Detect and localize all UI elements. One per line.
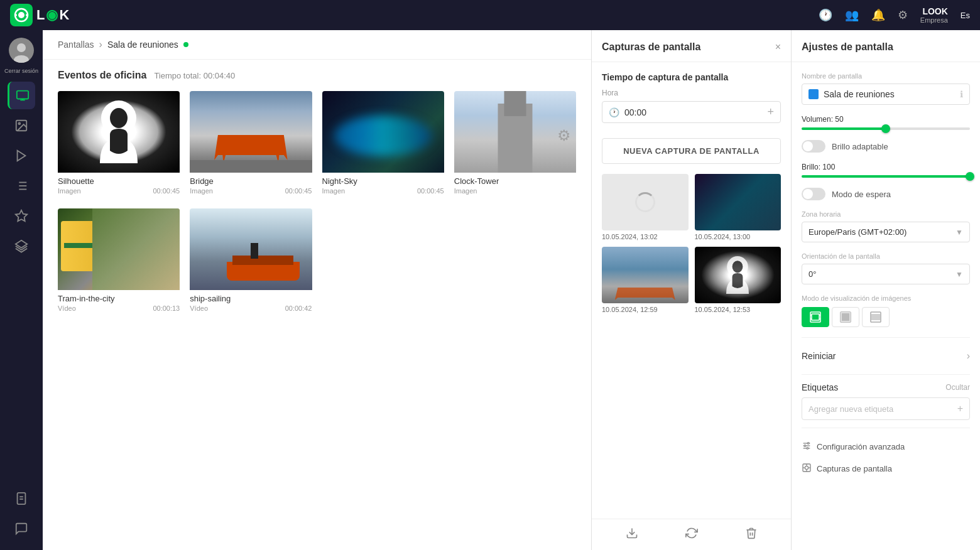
svg-rect-30 [812, 314, 819, 320]
screenshot-item-1[interactable]: 10.05.2024, 13:02 [602, 174, 689, 240]
info-icon[interactable]: ℹ [960, 89, 963, 99]
nombre-field: Nombre de pantalla Sala de reuniones ℹ [802, 72, 970, 105]
delete-icon[interactable] [745, 527, 758, 542]
card-duration: 00:00:45 [285, 187, 312, 195]
capturas-close-button[interactable]: × [775, 41, 781, 53]
card-meta: Imagen [454, 187, 576, 195]
screenshot-thumb-2 [695, 174, 781, 230]
volumen-slider[interactable] [802, 127, 970, 130]
ship-stack [251, 243, 258, 259]
card-meta: Vídeo 00:00:13 [58, 305, 180, 312]
sidebar-item-star[interactable] [8, 202, 35, 230]
media-card-night-sky[interactable]: Night-Sky Imagen 00:00:45 [322, 91, 444, 198]
card-duration: 00:00:13 [153, 305, 180, 312]
media-card-tram[interactable]: Tram-in-the-city Vídeo 00:00:13 [58, 208, 180, 316]
display-mode-fill[interactable] [832, 307, 859, 327]
thumb-tram [58, 208, 180, 290]
ajustes-title: Ajustes de pantalla [802, 41, 970, 53]
bell-icon[interactable]: 🔔 [871, 8, 885, 22]
avatar[interactable] [9, 38, 34, 63]
ajustes-header: Ajustes de pantalla [792, 30, 980, 62]
svg-rect-3 [26, 14, 28, 16]
screenshot-thumb-1 [602, 174, 689, 230]
card-type: Vídeo [58, 305, 76, 312]
media-card-clock-tower[interactable]: ⚙ Clock-Tower Imagen [454, 91, 576, 198]
logout-link[interactable]: Cerrar sesión [4, 68, 38, 74]
sidebar-item-chat[interactable] [8, 515, 35, 542]
display-mode-stretch[interactable] [862, 307, 890, 327]
card-name: Tram-in-the-city [58, 294, 180, 303]
capturas-link-label: Capturas de pantalla [817, 464, 892, 473]
capturas-link-icon [802, 463, 812, 475]
thumb-ship [190, 208, 312, 290]
sidebar-item-media[interactable] [8, 112, 35, 139]
zona-field: Zona horaria Europe/Paris (GMT+02:00) ▼ [802, 210, 970, 242]
hora-plus-button[interactable]: + [767, 105, 774, 119]
brillo-slider[interactable] [802, 175, 970, 178]
etiquetas-ocultar-button[interactable]: Ocultar [945, 383, 970, 392]
thumb-tower: ⚙ [454, 91, 576, 173]
download-icon[interactable] [626, 527, 638, 542]
breadcrumb-current: Sala de reuniones [107, 40, 178, 50]
media-card-silhouette[interactable]: Silhouette Imagen 00:00:45 [58, 91, 180, 198]
etiquetas-plus-button[interactable]: + [957, 403, 963, 414]
volumen-thumb[interactable] [881, 124, 890, 133]
navbar-user[interactable]: LOOK Empresa [920, 6, 948, 24]
settings-icon[interactable]: ⚙ [898, 8, 908, 22]
hora-input[interactable] [624, 107, 762, 117]
card-info-tower: Clock-Tower Imagen [454, 173, 576, 198]
sidebar-item-layers[interactable] [8, 232, 35, 260]
card-duration: 00:00:45 [417, 187, 444, 195]
orientacion-field: Orientación de la pantalla 0° ▼ [802, 252, 970, 284]
language-selector[interactable]: Es [961, 11, 970, 20]
screenshot-date-3: 10.05.2024, 12:59 [602, 306, 689, 313]
breadcrumb-parent[interactable]: Pantallas [58, 40, 94, 50]
svg-rect-39 [871, 314, 880, 320]
card-meta: Imagen 00:00:45 [190, 187, 312, 195]
svg-rect-7 [16, 91, 28, 99]
display-mode-fit[interactable] [802, 307, 829, 327]
nombre-color-box [808, 89, 819, 99]
svg-rect-2 [14, 14, 17, 16]
config-avanzada-label: Configuración avanzada [817, 442, 905, 451]
brillo-adaptable-toggle[interactable] [802, 140, 825, 153]
modo-espera-toggle[interactable] [802, 188, 825, 200]
capturas-pantalla-row[interactable]: Capturas de pantalla [802, 458, 970, 480]
zona-label: Zona horaria [802, 210, 970, 218]
zona-select[interactable]: Europe/Paris (GMT+02:00) ▼ [802, 222, 970, 242]
nueva-captura-button[interactable]: NUEVA CAPTURA DE PANTALLA [602, 138, 781, 164]
content-area: Pantallas › Sala de reuniones Eventos de… [43, 30, 592, 550]
zona-value: Europe/Paris (GMT+02:00) [808, 227, 906, 237]
sidebar-item-doc[interactable] [8, 485, 35, 512]
svg-marker-19 [16, 210, 27, 221]
sidebar-item-screens[interactable] [8, 82, 35, 109]
screenshot-item-3[interactable]: 10.05.2024, 12:59 [602, 247, 689, 313]
main-layout: Cerrar sesión [0, 30, 980, 550]
screenshot-item-4[interactable]: 10.05.2024, 12:53 [695, 247, 781, 313]
media-card-bridge[interactable]: Bridge Imagen 00:00:45 [190, 91, 312, 198]
nombre-input-row[interactable]: Sala de reuniones ℹ [802, 84, 970, 105]
etiquetas-input-row[interactable]: Agregar nueva etiqueta + [802, 397, 970, 420]
etiquetas-row: Etiquetas Ocultar [802, 382, 970, 392]
logo[interactable]: L◉K [10, 4, 70, 26]
orientacion-label: Orientación de la pantalla [802, 252, 970, 260]
clock-icon[interactable]: 🕐 [819, 8, 832, 22]
screenshot-item-2[interactable]: 10.05.2024, 13:00 [695, 174, 781, 240]
card-duration: 00:00:45 [153, 187, 180, 195]
logo-icon [10, 4, 33, 26]
ship-deck [232, 256, 293, 265]
card-info-ship: ship-sailing Vídeo 00:00:42 [190, 290, 312, 316]
sidebar-item-video[interactable] [8, 142, 35, 170]
refresh-icon[interactable] [685, 527, 698, 542]
sidebar: Cerrar sesión [0, 30, 43, 550]
svg-point-47 [805, 466, 808, 469]
media-card-ship[interactable]: ship-sailing Vídeo 00:00:42 [190, 208, 312, 316]
screenshot-date-4: 10.05.2024, 12:53 [695, 306, 781, 313]
config-avanzada-row[interactable]: Configuración avanzada [802, 436, 970, 458]
sidebar-item-list[interactable] [8, 172, 35, 200]
orientacion-select[interactable]: 0° ▼ [802, 264, 970, 284]
reiniciar-row[interactable]: Reiniciar › [802, 345, 970, 367]
brillo-thumb[interactable] [966, 172, 974, 181]
svg-point-11 [18, 122, 20, 124]
users-icon[interactable]: 👥 [845, 8, 859, 22]
